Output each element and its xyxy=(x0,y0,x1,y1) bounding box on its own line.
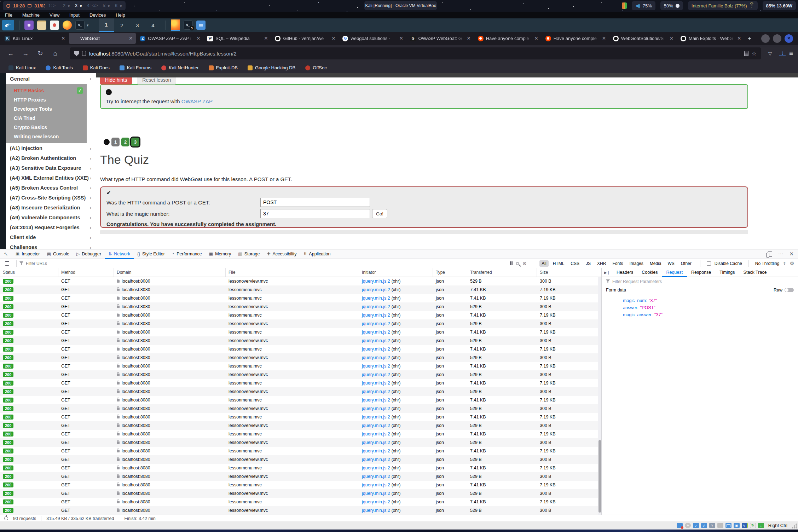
type-filter-pill[interactable]: Other xyxy=(679,260,694,267)
tab-close-icon[interactable]: ✕ xyxy=(332,36,336,41)
initiator-link[interactable]: jquery.min.js:2 xyxy=(362,389,390,394)
initiator-link[interactable]: jquery.min.js:2 xyxy=(362,466,390,470)
audio-icon[interactable] xyxy=(693,523,699,528)
page-back-icon[interactable]: ← xyxy=(104,139,110,145)
tab-close-icon[interactable]: ✕ xyxy=(61,36,65,41)
devtool-tab[interactable]: Style Editor xyxy=(134,249,168,259)
sidebar-category[interactable]: (A9) Vulnerable Components › xyxy=(6,213,96,222)
devtools-close-icon[interactable]: ✕ xyxy=(789,251,794,257)
initiator-link[interactable]: jquery.min.js:2 xyxy=(362,398,390,403)
type-filter-pill[interactable]: Media xyxy=(648,260,664,267)
tab-close-icon[interactable]: ✕ xyxy=(129,36,133,41)
initiator-link[interactable]: jquery.min.js:2 xyxy=(362,432,390,436)
shared-icon[interactable] xyxy=(734,523,740,528)
sidebar-category[interactable]: (A8:2013) Request Forgeries › xyxy=(6,222,96,232)
new-tab-button[interactable]: + xyxy=(744,35,755,42)
vbox-icon[interactable] xyxy=(742,523,748,528)
disable-cache-label[interactable]: Disable Cache xyxy=(715,261,742,266)
type-filter-pill[interactable]: HTML xyxy=(551,260,567,267)
type-filter-pill[interactable]: Fonts xyxy=(610,260,625,267)
throttling-dropdown[interactable]: No Throttling xyxy=(755,261,779,266)
workspace-item[interactable]: 5:● xyxy=(103,3,110,8)
devtool-tab[interactable]: Debugger xyxy=(73,249,105,259)
initiator-link[interactable]: jquery.min.js:2 xyxy=(362,508,390,513)
files-launcher-icon[interactable] xyxy=(37,21,46,30)
terminal-running-icon[interactable]: $_3 xyxy=(184,21,193,30)
devtool-tab[interactable]: Network xyxy=(105,249,134,259)
scrollbar-thumb[interactable] xyxy=(598,440,601,513)
workspace-button[interactable]: 2 xyxy=(115,18,129,32)
devtool-tab[interactable]: Application xyxy=(300,249,334,259)
search-icon[interactable] xyxy=(516,262,519,265)
browser-tab[interactable]: SQL – Wikipedia ✕ xyxy=(204,33,271,44)
firefox-launcher-icon[interactable] xyxy=(63,21,72,30)
bookmark-star-icon[interactable]: ☆ xyxy=(752,50,757,57)
type-filter-pill[interactable]: Images xyxy=(627,260,645,267)
initiator-link[interactable]: jquery.min.js:2 xyxy=(362,338,390,343)
fit-icon[interactable] xyxy=(758,523,764,528)
panel-toggle-icon[interactable]: ▶❘ xyxy=(602,271,612,274)
bookmark-item[interactable]: Kali Docs xyxy=(83,65,110,70)
bookmark-item[interactable]: Google Hacking DB xyxy=(248,65,295,70)
table-row[interactable]: 200 GET localhost:8080 lessonmenu.mvc jq… xyxy=(0,345,598,353)
sidebar-item-general[interactable]: General › xyxy=(6,73,96,84)
bookmark-item[interactable]: Kali Forums xyxy=(120,65,151,70)
hint-prev-icon[interactable]: ← xyxy=(106,89,112,95)
table-row[interactable]: 200 GET localhost:8080 lessonmenu.mvc jq… xyxy=(0,430,598,438)
network-icon[interactable] xyxy=(701,523,707,528)
initiator-link[interactable]: jquery.min.js:2 xyxy=(362,313,390,318)
menu-item[interactable]: Input xyxy=(69,12,80,18)
editor-launcher-icon[interactable] xyxy=(50,21,59,30)
browser-tab[interactable]: WebGoat ✕ xyxy=(69,33,136,44)
table-row[interactable]: 200 GET localhost:8080 lessonmenu.mvc jq… xyxy=(0,498,598,506)
table-row[interactable]: 200 GET localhost:8080 lessonmenu.mvc jq… xyxy=(0,294,598,302)
table-row[interactable]: 200 GET localhost:8080 lessonmenu.mvc jq… xyxy=(0,464,598,472)
table-row[interactable]: 200 GET localhost:8080 lessonoverview.mv… xyxy=(0,472,598,481)
initiator-link[interactable]: jquery.min.js:2 xyxy=(362,355,390,360)
filter-params-input[interactable]: Filter Request Parameters xyxy=(602,277,798,286)
initiator-link[interactable]: jquery.min.js:2 xyxy=(362,364,390,369)
devtool-tab[interactable]: Accessibility xyxy=(263,249,300,259)
bookmark-item[interactable]: Exploit-DB xyxy=(209,65,238,70)
form-param[interactable]: answer:"POST" xyxy=(623,304,798,311)
table-row[interactable]: 200 GET localhost:8080 lessonoverview.mv… xyxy=(0,353,598,362)
col-size[interactable]: Size xyxy=(537,268,601,277)
sync-icon[interactable] xyxy=(750,523,756,528)
sidebar-category[interactable]: (A1) Injection › xyxy=(6,143,96,153)
table-row[interactable]: 200 GET localhost:8080 lessonoverview.mv… xyxy=(0,277,598,285)
devtools-menu-icon[interactable]: ⋯ xyxy=(778,251,783,257)
initiator-link[interactable]: jquery.min.js:2 xyxy=(362,330,390,335)
menu-item[interactable]: Devices xyxy=(89,12,106,18)
form-param[interactable]: magic_num:"37" xyxy=(623,297,798,304)
table-row[interactable]: 200 GET localhost:8080 lessonoverview.mv… xyxy=(0,336,598,345)
page-button[interactable]: 2 xyxy=(121,138,129,146)
workspace-item[interactable]: 1:>_ xyxy=(48,3,58,8)
table-row[interactable]: 200 GET localhost:8080 lessonoverview.mv… xyxy=(0,302,598,311)
answer-1-input[interactable] xyxy=(260,198,370,207)
browser-tab[interactable]: Have anyone comple ✕ xyxy=(542,33,609,44)
devtool-tab[interactable]: Performance xyxy=(168,249,206,259)
table-row[interactable]: 200 GET localhost:8080 lessonmenu.mvc jq… xyxy=(0,447,598,455)
maximize-button[interactable] xyxy=(773,34,781,43)
chevron-down-icon[interactable]: ▾ xyxy=(87,23,89,28)
form-param[interactable]: magic_answer:"37" xyxy=(623,311,798,318)
files-running-icon[interactable] xyxy=(196,21,206,30)
home-button[interactable]: ⌂ xyxy=(50,50,61,57)
page-button[interactable]: 1 xyxy=(111,138,120,146)
table-row[interactable]: 200 GET localhost:8080 lessonoverview.mv… xyxy=(0,387,598,396)
hamburger-menu-icon[interactable]: ≡ xyxy=(789,50,793,57)
tab-close-icon[interactable]: ✕ xyxy=(467,36,471,41)
tab-close-icon[interactable]: ✕ xyxy=(399,36,403,41)
devtool-tab[interactable]: Console xyxy=(44,249,73,259)
tab-close-icon[interactable]: ✕ xyxy=(737,36,741,41)
tab-close-icon[interactable]: ✕ xyxy=(534,36,538,41)
optical-icon[interactable] xyxy=(685,523,691,528)
initiator-link[interactable]: jquery.min.js:2 xyxy=(362,381,390,386)
sidebar-category[interactable]: Client side › xyxy=(6,232,96,242)
browser-tab[interactable]: webgoat solutions - ✕ xyxy=(339,33,406,44)
detail-tab[interactable]: Response xyxy=(687,268,715,277)
sidebar-category[interactable]: (A3) Sensitive Data Exposure › xyxy=(6,163,96,173)
table-row[interactable]: 200 GET localhost:8080 lessonoverview.mv… xyxy=(0,489,598,498)
url-bar[interactable]: localhost:8080/WebGoat/start.mvc#lesson/… xyxy=(70,47,761,59)
table-row[interactable]: 200 GET localhost:8080 lessonoverview.mv… xyxy=(0,404,598,413)
